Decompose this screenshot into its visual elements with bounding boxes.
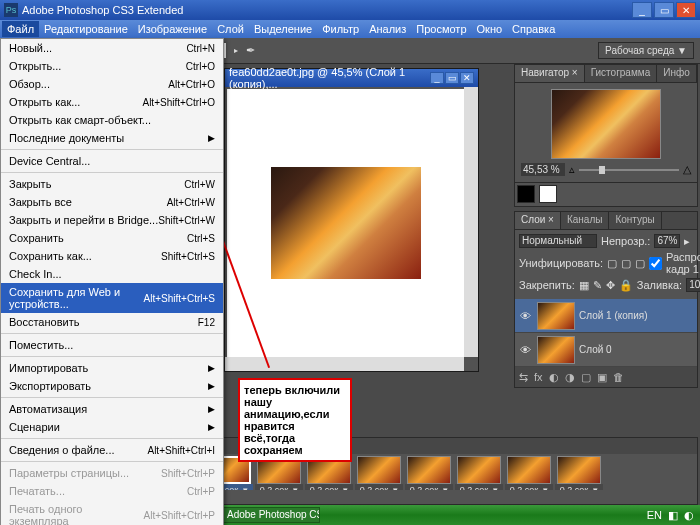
menuitem[interactable]: Check In... (1, 265, 223, 283)
lang-indicator[interactable]: EN (647, 509, 662, 522)
menu-Выделение[interactable]: Выделение (249, 21, 317, 37)
animation-frame[interactable]: 0,2 сек. ▾ (405, 456, 453, 488)
menuitem[interactable]: Сохранить для Web и устройств...Alt+Shif… (1, 283, 223, 313)
bg-swatch[interactable] (539, 185, 557, 203)
canvas-area[interactable] (227, 89, 464, 357)
menu-Справка[interactable]: Справка (507, 21, 560, 37)
link-icon[interactable]: ⇆ (519, 371, 528, 384)
menu-Просмотр[interactable]: Просмотр (411, 21, 471, 37)
trash-icon[interactable]: 🗑 (613, 371, 624, 383)
menuitem[interactable]: Device Central... (1, 152, 223, 170)
app-icon: Ps (4, 3, 18, 17)
fg-swatch[interactable] (517, 185, 535, 203)
airbrush-icon[interactable]: ✒ (246, 44, 255, 57)
menuitem[interactable]: Закрыть и перейти в Bridge...Shift+Ctrl+… (1, 211, 223, 229)
workspace-switcher[interactable]: Рабочая среда ▼ (598, 42, 694, 59)
propagate-label: Распространить кадр 1 (666, 251, 700, 275)
menu-Окно[interactable]: Окно (472, 21, 508, 37)
animation-frame[interactable]: 0,2 сек. ▾ (555, 456, 603, 488)
lock-label: Закрепить: (519, 279, 575, 291)
animation-frame[interactable]: 0,2 сек. ▾ (505, 456, 553, 488)
menuitem[interactable]: СохранитьCtrl+S (1, 229, 223, 247)
menubar: ФайлРедактированиеИзображениеСлойВыделен… (0, 20, 700, 38)
zoom-slider[interactable] (579, 169, 679, 171)
menu-Редактирование[interactable]: Редактирование (39, 21, 133, 37)
menu-Анализ[interactable]: Анализ (364, 21, 411, 37)
document-window: fea60dd2ae0t.jpg @ 45,5% (Слой 1 (копия)… (224, 68, 479, 372)
menuitem: Печатать...Ctrl+P (1, 482, 223, 500)
zoom-value[interactable]: 45,53 % (521, 163, 565, 176)
menuitem[interactable]: Последние документы▶ (1, 129, 223, 147)
blend-mode-select[interactable]: Нормальный (519, 234, 597, 248)
adjust-icon[interactable]: ◑ (565, 371, 575, 384)
layer-row[interactable]: 👁Слой 1 (копия) (515, 299, 697, 333)
visibility-icon[interactable]: 👁 (517, 310, 533, 322)
taskbar-task[interactable]: Adobe Photoshop CS... (220, 507, 320, 523)
unify-icon[interactable]: ▢ (635, 257, 645, 270)
layer-name: Слой 0 (579, 344, 612, 355)
fill-input[interactable]: 100% (686, 278, 700, 292)
lock-paint-icon[interactable]: ✎ (593, 279, 602, 292)
animation-frame[interactable]: 0,2 сек. ▾ (355, 456, 403, 488)
menu-Фильтр[interactable]: Фильтр (317, 21, 364, 37)
menuitem[interactable]: Сохранить как...Shift+Ctrl+S (1, 247, 223, 265)
lock-all-icon[interactable]: 🔒 (619, 279, 633, 292)
menuitem[interactable]: Импортировать▶ (1, 359, 223, 377)
doc-min[interactable]: _ (430, 72, 444, 84)
menuitem[interactable]: Сведения о файле...Alt+Shift+Ctrl+I (1, 441, 223, 459)
menuitem[interactable]: Экспортировать▶ (1, 377, 223, 395)
new-layer-icon[interactable]: ▣ (597, 371, 607, 384)
zoom-out-icon[interactable]: ▵ (569, 163, 575, 176)
tab[interactable]: Навигатор × (515, 65, 585, 82)
menuitem[interactable]: Открыть как...Alt+Shift+Ctrl+O (1, 93, 223, 111)
scrollbar-horizontal[interactable] (225, 357, 464, 371)
menuitem[interactable]: Сценарии▶ (1, 418, 223, 436)
navigator-thumb[interactable] (551, 89, 661, 159)
scrollbar-vertical[interactable] (464, 87, 478, 357)
tab[interactable]: Каналы (561, 212, 610, 229)
unify-icon[interactable]: ▢ (607, 257, 617, 270)
menu-Слой[interactable]: Слой (212, 21, 249, 37)
menuitem[interactable]: Открыть...Ctrl+O (1, 57, 223, 75)
document-title: fea60dd2ae0t.jpg @ 45,5% (Слой 1 (копия)… (229, 66, 430, 90)
menuitem[interactable]: Поместить... (1, 336, 223, 354)
minimize-button[interactable]: _ (632, 2, 652, 18)
menuitem[interactable]: Открыть как смарт-объект... (1, 111, 223, 129)
animation-frame[interactable]: 0,2 сек. ▾ (455, 456, 503, 488)
tray-icon[interactable]: ◐ (684, 509, 694, 522)
menuitem[interactable]: Автоматизация▶ (1, 400, 223, 418)
menu-Файл[interactable]: Файл (2, 21, 39, 37)
tab[interactable]: Контуры (609, 212, 661, 229)
layer-name: Слой 1 (копия) (579, 310, 648, 321)
doc-max[interactable]: ▭ (445, 72, 459, 84)
maximize-button[interactable]: ▭ (654, 2, 674, 18)
layer-opacity-input[interactable]: 67% (654, 234, 680, 248)
visibility-icon[interactable]: 👁 (517, 344, 533, 356)
layer-row[interactable]: 👁Слой 0 (515, 333, 697, 367)
mask-icon[interactable]: ◐ (549, 371, 559, 384)
close-button[interactable]: ✕ (676, 2, 696, 18)
tab[interactable]: Инфо (657, 65, 697, 82)
layer-opacity-label: Непрозр.: (601, 235, 650, 247)
menuitem[interactable]: ВосстановитьF12 (1, 313, 223, 331)
menuitem[interactable]: Обзор...Alt+Ctrl+O (1, 75, 223, 93)
navigator-panel: Навигатор ×ГистограммаИнфо 45,53 % ▵ △ (514, 64, 698, 207)
menuitem[interactable]: Новый...Ctrl+N (1, 39, 223, 57)
tab[interactable]: Гистограмма (585, 65, 658, 82)
tab[interactable]: Слои × (515, 212, 561, 229)
folder-icon[interactable]: ▢ (581, 371, 591, 384)
menuitem[interactable]: ЗакрытьCtrl+W (1, 175, 223, 193)
doc-close[interactable]: ✕ (460, 72, 474, 84)
unify-icon[interactable]: ▢ (621, 257, 631, 270)
document-titlebar[interactable]: fea60dd2ae0t.jpg @ 45,5% (Слой 1 (копия)… (225, 69, 478, 87)
propagate-checkbox[interactable] (649, 257, 662, 270)
lock-pixels-icon[interactable]: ▦ (579, 279, 589, 292)
fx-icon[interactable]: fx (534, 371, 543, 383)
unify-label: Унифицировать: (519, 257, 603, 269)
tray-icon[interactable]: ◧ (668, 509, 678, 522)
menu-Изображение[interactable]: Изображение (133, 21, 212, 37)
lock-move-icon[interactable]: ✥ (606, 279, 615, 292)
menuitem[interactable]: Закрыть всеAlt+Ctrl+W (1, 193, 223, 211)
file-menu: Новый...Ctrl+NОткрыть...Ctrl+OОбзор...Al… (0, 38, 224, 525)
zoom-in-icon[interactable]: △ (683, 163, 691, 176)
